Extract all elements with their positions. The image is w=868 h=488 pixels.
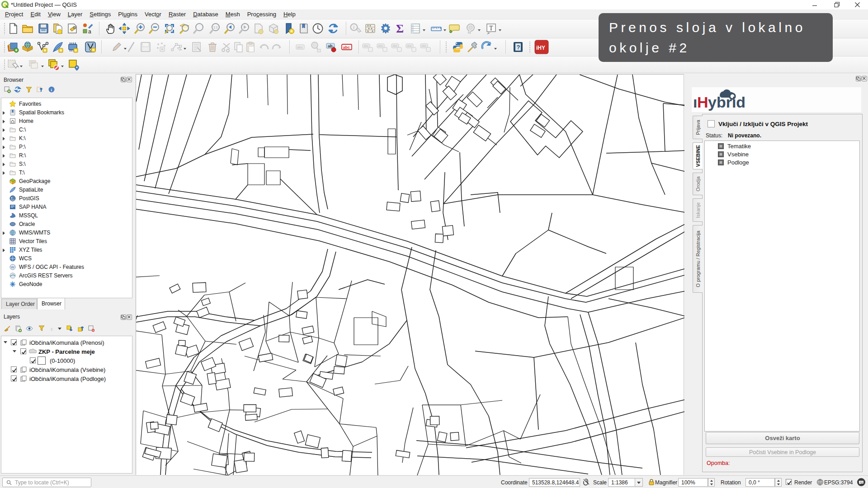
svg-text:ε: ε — [51, 325, 53, 332]
svg-text:abc: abc — [421, 44, 427, 47]
svg-text:i: i — [353, 24, 354, 30]
svg-text:iHY: iHY — [536, 45, 545, 51]
svg-text:abc: abc — [392, 44, 398, 47]
svg-text:Σ: Σ — [396, 22, 404, 35]
svg-text:abc: abc — [297, 45, 303, 49]
svg-text:abc: abc — [378, 44, 383, 47]
svg-text:a: a — [88, 28, 91, 35]
svg-text:?: ? — [517, 44, 520, 51]
svg-text:T: T — [489, 25, 493, 32]
svg-text:1:1: 1:1 — [213, 26, 218, 29]
svg-text:ybrid: ybrid — [708, 94, 745, 111]
svg-text:abc: abc — [363, 44, 369, 47]
svg-text:W: W — [11, 265, 14, 269]
svg-text:abc: abc — [343, 45, 350, 50]
svg-text:H: H — [697, 94, 708, 111]
svg-text:abc: abc — [407, 44, 412, 47]
svg-text:ab: ab — [328, 44, 333, 48]
